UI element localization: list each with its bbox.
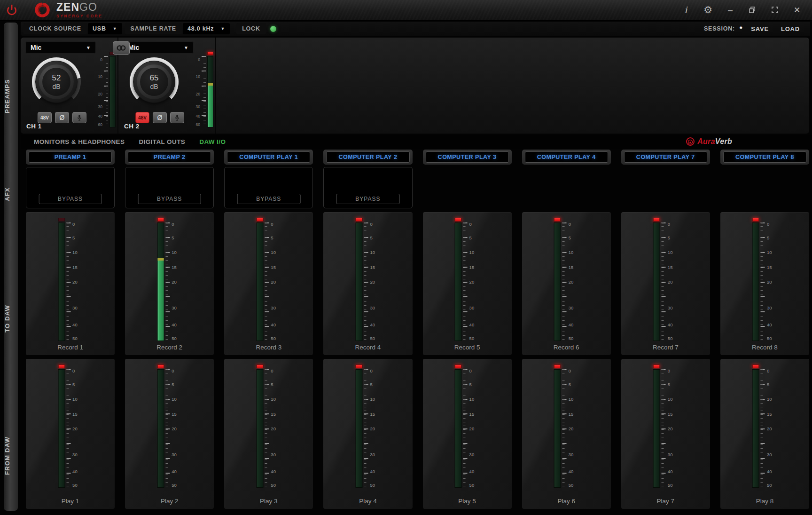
stereo-link-button[interactable] <box>113 41 130 55</box>
tab-monitors-headphones[interactable]: MONITORS & HEADPHONES <box>33 136 125 147</box>
mic-mode-button[interactable] <box>72 112 86 123</box>
meter-ticks <box>463 222 468 341</box>
lock-label: LOCK <box>236 23 266 34</box>
meter-scale-label: 50 <box>370 335 375 341</box>
lock-status-indicator <box>270 26 276 32</box>
close-button[interactable]: ✕ <box>792 4 802 16</box>
phase-invert-button[interactable]: Ø <box>55 112 69 123</box>
meter-scale: 05101520304050 <box>562 222 577 341</box>
settings-button[interactable]: ⚙ <box>703 4 713 16</box>
meter-bar <box>455 222 462 341</box>
meter-scale-label: 10 <box>172 396 177 402</box>
strip-title-button[interactable]: COMPUTER PLAY 1 <box>227 151 310 163</box>
meter-ticks <box>66 222 70 341</box>
tab-daw-io[interactable]: DAW I/O <box>198 136 226 147</box>
meter-scale-label: 0 <box>100 57 102 62</box>
meter-bar <box>256 222 263 341</box>
meter-fill <box>208 83 213 127</box>
meter-scale-label: 40 <box>172 468 177 474</box>
meter-scale-label: 5 <box>469 235 472 240</box>
meter-scale-label: 50 <box>469 482 475 487</box>
record-label: Record 8 <box>720 344 809 351</box>
meter-ticks <box>562 222 567 341</box>
maximize-button[interactable] <box>770 4 780 16</box>
meter-scale-labels: 05101520304050 <box>269 222 279 341</box>
strip-header: COMPUTER PLAY 2 <box>323 150 412 165</box>
bypass-button[interactable]: BYPASS <box>39 194 102 204</box>
channel-strip: COMPUTER PLAY 2 BYPASS 05101520304050 Re… <box>323 150 412 512</box>
play-section: 05101520304050 Play 2 <box>125 359 214 509</box>
input-source-select[interactable]: Mic ▼ <box>25 41 96 54</box>
meter-scale-label: 50 <box>172 482 177 487</box>
play-label: Play 8 <box>720 498 809 505</box>
meter-scale: 05101520304050 <box>761 222 775 341</box>
play-label: Play 4 <box>323 498 412 505</box>
strip-title-button[interactable]: PREAMP 2 <box>128 151 211 163</box>
meter-scale-label: 40 <box>569 468 574 474</box>
strip-title-button[interactable]: COMPUTER PLAY 8 <box>723 151 806 163</box>
meter-scale: 05101520304050 <box>165 222 180 341</box>
play-section: 05101520304050 Play 4 <box>323 359 412 509</box>
meter-scale-label: 0 <box>569 221 571 226</box>
phantom-48v-button[interactable]: 48V <box>135 112 149 123</box>
meter-scale-label: 20 <box>767 426 772 431</box>
meter-scale-label: 10 <box>668 396 673 402</box>
meter-scale-label: 20 <box>767 279 772 285</box>
clock-source-select[interactable]: USB ▼ <box>88 23 122 34</box>
app-logo: ZENGO SYNERGY CORE <box>34 1 102 18</box>
meter-scale-label: 40 <box>668 468 673 474</box>
meter-scale: 05101520304050 <box>463 369 478 488</box>
strip-title-button[interactable]: PREAMP 1 <box>29 151 112 163</box>
meter-scale-label: 50 <box>271 482 276 487</box>
meter-scale-label: 10 <box>370 396 375 402</box>
level-meter: 05101520304050 <box>653 364 676 488</box>
close-icon: ✕ <box>794 5 800 15</box>
meter-scale-label: 20 <box>469 426 475 431</box>
channel-strip: PREAMP 1 BYPASS 05101520304050 Record 1 … <box>26 150 115 512</box>
phase-invert-button[interactable]: Ø <box>153 112 167 123</box>
auraverb-button[interactable]: AuraVerb <box>685 136 733 147</box>
strip-title-button[interactable]: COMPUTER PLAY 7 <box>624 151 707 163</box>
level-meter: 01020304060 <box>191 52 213 127</box>
bypass-button[interactable]: BYPASS <box>336 194 400 204</box>
meter-scale-label: 15 <box>370 264 375 269</box>
channel-strip: COMPUTER PLAY 8 05101520304050 Record 8 … <box>720 150 809 512</box>
sample-rate-select[interactable]: 48.0 kHz ▼ <box>183 23 230 34</box>
meter-scale-label: 5 <box>569 381 571 387</box>
meter-scale: 05101520304050 <box>662 369 676 488</box>
meter-scale-labels: 05101520304050 <box>567 369 577 488</box>
strip-header: COMPUTER PLAY 8 <box>720 150 809 165</box>
meter-scale-label: 5 <box>271 235 273 240</box>
meter-scale-label: 30 <box>72 305 78 310</box>
meter-scale-label: 0 <box>172 368 174 373</box>
strip-title-button[interactable]: COMPUTER PLAY 3 <box>426 151 509 163</box>
phantom-48v-button[interactable]: 48V <box>38 112 52 123</box>
mic-mode-button[interactable] <box>170 112 184 123</box>
meter-bar <box>256 369 263 488</box>
info-button[interactable]: i <box>681 4 690 16</box>
bypass-button[interactable]: BYPASS <box>138 194 201 204</box>
power-button[interactable] <box>4 2 20 18</box>
bypass-button[interactable]: BYPASS <box>237 194 300 204</box>
power-icon <box>6 4 18 16</box>
restore-button[interactable] <box>747 4 757 16</box>
level-meter: 05101520304050 <box>455 218 478 341</box>
afx-slot: BYPASS <box>224 167 313 208</box>
load-button[interactable]: LOAD <box>777 24 804 34</box>
gain-knob[interactable]: 65 dB <box>130 57 179 106</box>
app-tagline: SYNERGY CORE <box>56 14 102 18</box>
meter-bar <box>207 56 213 127</box>
meter-scale-label: 0 <box>172 221 174 226</box>
input-source-select[interactable]: Mic ▼ <box>123 41 194 54</box>
meter-ticks <box>202 56 206 127</box>
gain-knob[interactable]: 52 dB <box>32 57 81 106</box>
minimize-button[interactable]: – <box>726 4 735 16</box>
save-button[interactable]: SAVE <box>747 24 773 34</box>
strip-title-button[interactable]: COMPUTER PLAY 2 <box>326 151 409 163</box>
strip-title-button[interactable]: COMPUTER PLAY 4 <box>525 151 608 163</box>
tab-digital-outs[interactable]: DIGITAL OUTS <box>138 136 186 147</box>
meter-scale-label: 10 <box>196 74 200 79</box>
meter-scale-label: 10 <box>569 396 574 402</box>
meter-scale-label: 30 <box>469 305 475 310</box>
record-section: 05101520304050 Record 8 <box>720 212 809 355</box>
